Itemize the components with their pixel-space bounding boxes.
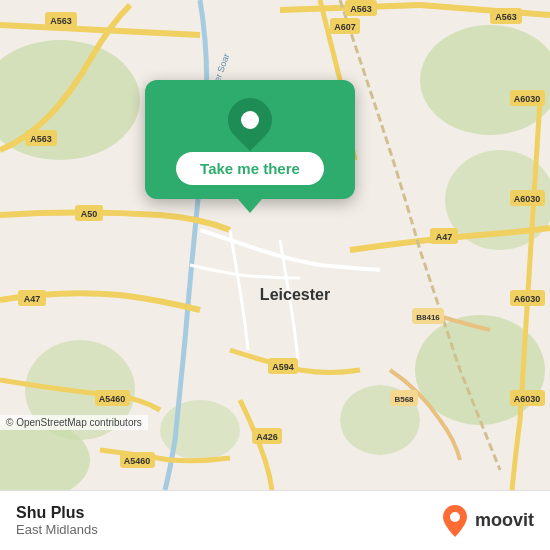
svg-text:A50: A50 [81,209,98,219]
bottom-bar: Shu Plus East Midlands moovit [0,490,550,550]
svg-text:Leicester: Leicester [260,286,330,303]
svg-text:A563: A563 [50,16,72,26]
svg-text:A563: A563 [350,4,372,14]
moovit-logo: moovit [441,503,534,539]
map-container: River Soar [0,0,550,490]
svg-text:A6030: A6030 [514,194,541,204]
svg-text:A5460: A5460 [124,456,151,466]
svg-text:A563: A563 [30,134,52,144]
popup-card: Take me there [145,80,355,199]
svg-text:A6030: A6030 [514,294,541,304]
svg-text:A47: A47 [436,232,453,242]
svg-point-50 [450,512,460,522]
svg-text:A426: A426 [256,432,278,442]
map-attribution: © OpenStreetMap contributors [0,415,148,430]
location-region: East Midlands [16,522,98,537]
svg-text:A563: A563 [495,12,517,22]
pin-inner [241,111,259,129]
svg-text:A607: A607 [334,22,356,32]
svg-text:A6030: A6030 [514,94,541,104]
svg-text:A6030: A6030 [514,394,541,404]
svg-text:A5460: A5460 [99,394,126,404]
svg-text:A47: A47 [24,294,41,304]
take-me-there-button[interactable]: Take me there [176,152,324,185]
svg-text:A594: A594 [272,362,294,372]
svg-text:B8416: B8416 [416,313,440,322]
location-info: Shu Plus East Midlands [16,504,98,537]
location-pin-icon [219,89,281,151]
moovit-brand-text: moovit [475,510,534,531]
svg-text:B568: B568 [394,395,414,404]
moovit-pin-icon [441,503,469,539]
location-name: Shu Plus [16,504,98,522]
